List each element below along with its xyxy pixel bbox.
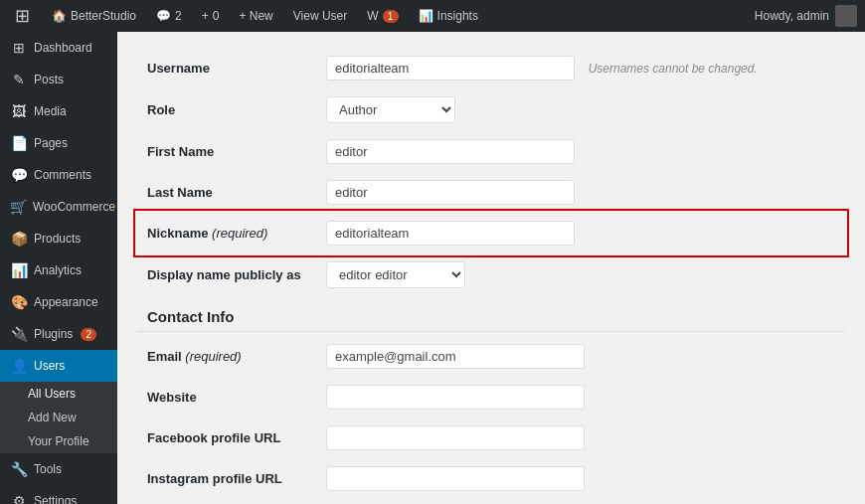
submenu-add-new[interactable]: Add New bbox=[0, 406, 117, 429]
sidebar-item-analytics[interactable]: 📊 Analytics bbox=[0, 254, 117, 286]
username-note: Usernames cannot be changed. bbox=[589, 62, 758, 76]
comment-icon: 💬 bbox=[156, 9, 171, 23]
nickname-input[interactable] bbox=[326, 221, 575, 246]
howdy-text: Howdy, admin bbox=[755, 9, 829, 23]
sidebar-label-users: Users bbox=[34, 359, 65, 373]
instagram-label: Instagram profile URL bbox=[147, 471, 282, 486]
facebook-label: Facebook profile URL bbox=[147, 430, 280, 445]
appearance-icon: 🎨 bbox=[10, 294, 28, 310]
media-icon: 🖼 bbox=[10, 103, 28, 119]
website-label: Website bbox=[147, 390, 197, 405]
wp-logo[interactable]: ⊞ bbox=[8, 0, 36, 32]
sidebar-label-comments: Comments bbox=[34, 168, 91, 182]
admin-bar: ⊞ 🏠 BetterStudio 💬 2 + 0 + New View User… bbox=[0, 0, 865, 32]
insights-icon: 📊 bbox=[419, 9, 433, 23]
firstname-label: First Name bbox=[147, 144, 214, 159]
sidebar-item-comments[interactable]: 💬 Comments bbox=[0, 159, 117, 191]
sidebar-item-users[interactable]: 👤 Users bbox=[0, 350, 117, 382]
sidebar-label-settings: Settings bbox=[34, 494, 77, 504]
sidebar-item-dashboard[interactable]: ⊞ Dashboard bbox=[0, 32, 117, 64]
adminbar-view-user[interactable]: View User bbox=[285, 0, 355, 32]
sidebar-label-plugins: Plugins bbox=[34, 327, 73, 341]
sidebar-label-media: Media bbox=[34, 104, 67, 118]
users-icon: 👤 bbox=[10, 358, 28, 374]
woo-icon: W bbox=[367, 9, 378, 23]
admin-menu: ⊞ Dashboard ✎ Posts 🖼 Media 📄 Pages 💬 Co… bbox=[0, 32, 117, 504]
adminbar-comments-count: 2 bbox=[175, 9, 182, 23]
woo-nav-icon: 🛒 bbox=[10, 199, 27, 215]
display-name-select[interactable]: editor editor bbox=[326, 261, 465, 288]
analytics-icon: 📊 bbox=[10, 262, 28, 278]
sidebar-item-media[interactable]: 🖼 Media bbox=[0, 95, 117, 127]
facebook-input[interactable] bbox=[326, 425, 585, 450]
sidebar-item-posts[interactable]: ✎ Posts bbox=[0, 64, 117, 95]
instagram-row: Instagram profile URL bbox=[137, 458, 845, 499]
admin-avatar bbox=[835, 5, 857, 27]
nickname-required: (required) bbox=[212, 226, 267, 241]
email-input[interactable] bbox=[326, 344, 585, 369]
website-input[interactable] bbox=[326, 385, 585, 410]
sidebar-item-tools[interactable]: 🔧 Tools bbox=[0, 453, 117, 485]
all-users-label: All Users bbox=[28, 387, 76, 401]
username-row: Username Usernames cannot be changed. bbox=[137, 48, 845, 88]
settings-icon: ⚙ bbox=[10, 493, 28, 504]
adminbar-comments[interactable]: 💬 2 bbox=[148, 0, 190, 32]
adminbar-insights[interactable]: 📊 Insights bbox=[411, 0, 486, 32]
instagram-input[interactable] bbox=[326, 466, 585, 491]
sidebar-label-appearance: Appearance bbox=[34, 295, 98, 309]
display-name-row: Display name publicly as editor editor bbox=[137, 253, 845, 296]
sidebar-item-woocommerce[interactable]: 🛒 WooCommerce bbox=[0, 191, 117, 223]
adminbar-woo[interactable]: W 1 bbox=[359, 0, 406, 32]
display-name-label: Display name publicly as bbox=[147, 267, 301, 282]
comments-icon: 💬 bbox=[10, 167, 28, 183]
adminbar-howdy[interactable]: Howdy, admin bbox=[755, 5, 857, 27]
sidebar-label-dashboard: Dashboard bbox=[34, 41, 92, 55]
adminbar-woo-badge: 1 bbox=[383, 10, 399, 23]
email-row: Email (required) bbox=[137, 336, 845, 377]
adminbar-site-name: BetterStudio bbox=[71, 9, 136, 23]
adminbar-view-user-label: View User bbox=[293, 9, 347, 23]
username-input[interactable] bbox=[326, 56, 575, 81]
sidebar-label-analytics: Analytics bbox=[34, 263, 82, 277]
adminbar-plus-count: 0 bbox=[213, 9, 220, 23]
sidebar-label-woocommerce: WooCommerce bbox=[33, 200, 115, 214]
products-icon: 📦 bbox=[10, 231, 28, 247]
role-select[interactable]: Author bbox=[326, 96, 455, 123]
tools-icon: 🔧 bbox=[10, 461, 28, 477]
sidebar-item-pages[interactable]: 📄 Pages bbox=[0, 127, 117, 159]
adminbar-site[interactable]: 🏠 BetterStudio bbox=[44, 0, 144, 32]
plugins-badge: 2 bbox=[81, 328, 96, 341]
your-profile-label: Your Profile bbox=[28, 434, 89, 448]
adminbar-insights-label: Insights bbox=[437, 9, 478, 23]
sidebar-item-settings[interactable]: ⚙ Settings bbox=[0, 485, 117, 504]
lastname-input[interactable] bbox=[326, 180, 575, 205]
nickname-label: Nickname (required) bbox=[147, 226, 267, 241]
adminbar-plus[interactable]: + 0 bbox=[194, 0, 228, 32]
email-required: (required) bbox=[185, 349, 241, 364]
username-label: Username bbox=[147, 61, 210, 76]
adminbar-new[interactable]: + New bbox=[231, 0, 280, 32]
dashboard-icon: ⊞ bbox=[10, 40, 28, 56]
email-label: Email (required) bbox=[147, 349, 242, 364]
submenu-your-profile[interactable]: Your Profile bbox=[0, 429, 117, 453]
role-label: Role bbox=[147, 102, 175, 117]
add-new-label: Add New bbox=[28, 411, 77, 424]
firstname-input[interactable] bbox=[326, 139, 575, 164]
website-row: Website bbox=[137, 377, 845, 418]
user-form-table: Username Usernames cannot be changed. Ro… bbox=[137, 48, 845, 296]
contact-info-heading: Contact Info bbox=[137, 296, 845, 332]
lastname-label: Last Name bbox=[147, 185, 213, 200]
role-row: Role Author bbox=[137, 88, 845, 131]
sidebar-label-tools: Tools bbox=[34, 462, 62, 476]
sidebar-item-products[interactable]: 📦 Products bbox=[0, 223, 117, 254]
submenu-all-users[interactable]: All Users bbox=[0, 382, 117, 406]
nickname-row: Nickname (required) bbox=[137, 213, 845, 253]
facebook-row: Facebook profile URL bbox=[137, 418, 845, 458]
posts-icon: ✎ bbox=[10, 72, 28, 87]
pages-icon: 📄 bbox=[10, 135, 28, 151]
adminbar-site-icon: 🏠 bbox=[52, 9, 67, 23]
sidebar-item-plugins[interactable]: 🔌 Plugins 2 bbox=[0, 318, 117, 350]
adminbar-new-label: + New bbox=[239, 9, 272, 23]
sidebar-item-appearance[interactable]: 🎨 Appearance bbox=[0, 286, 117, 318]
sidebar-label-pages: Pages bbox=[34, 136, 68, 150]
